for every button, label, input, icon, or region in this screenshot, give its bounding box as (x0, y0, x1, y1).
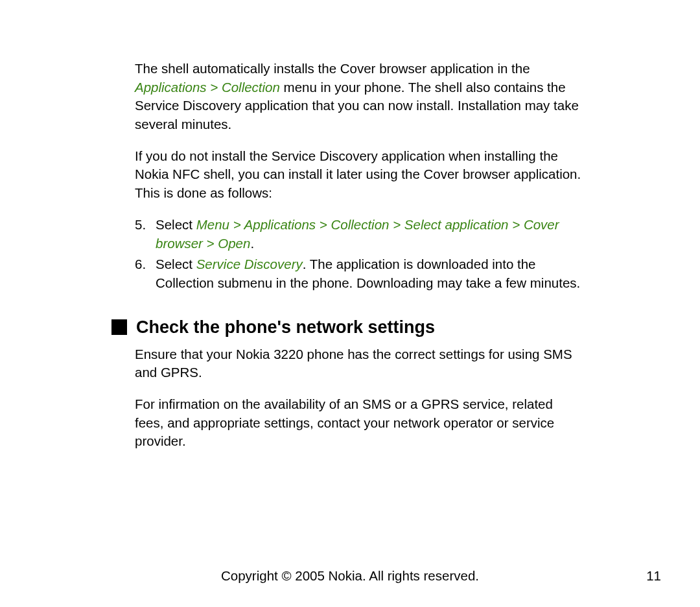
heading-text: Check the phone's network settings (136, 317, 435, 338)
page-content: The shell automatically installs the Cov… (0, 0, 700, 451)
list-num-5: 5. (135, 216, 146, 235)
ordered-list: 5. Select Menu > Applications > Collecti… (135, 216, 583, 293)
footer-copyright: Copyright © 2005 Nokia. All rights reser… (0, 568, 700, 584)
paragraph-1: The shell automatically installs the Cov… (135, 60, 583, 134)
bullet-square-icon (111, 319, 127, 335)
page-number: 11 (646, 568, 661, 584)
item5-green-path: Menu > Applications > Collection > Selec… (156, 217, 559, 251)
section-paragraph-2: For infirmation on the availability of a… (135, 395, 583, 451)
item6-pre: Select (156, 257, 196, 271)
para1-pre: The shell automatically installs the Cov… (135, 61, 530, 76)
item6-green-path: Service Discovery (196, 257, 303, 271)
item5-post: . (250, 236, 254, 251)
section-paragraph-1: Ensure that your Nokia 3220 phone has th… (135, 345, 583, 382)
list-num-6: 6. (135, 255, 146, 274)
item5-pre: Select (156, 217, 196, 232)
section-heading: Check the phone's network settings (111, 317, 583, 338)
list-item-5: 5. Select Menu > Applications > Collecti… (150, 216, 583, 253)
list-item-6: 6. Select Service Discovery. The applica… (150, 255, 583, 292)
paragraph-2: If you do not install the Service Discov… (135, 147, 583, 203)
para1-green-path: Applications > Collection (135, 80, 280, 95)
